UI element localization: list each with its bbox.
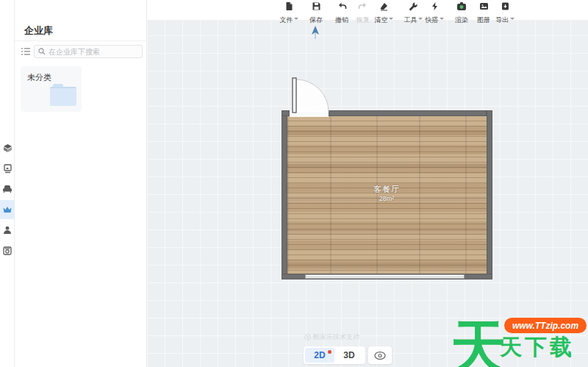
save-icon [304,1,329,12]
notification-dot [328,350,331,354]
chevron-down-icon [389,18,393,20]
rail-item-gallery[interactable] [0,159,15,178]
toolbar-save-button[interactable]: 保存 [304,1,329,21]
room-label: 客餐厅 28m² [335,184,438,202]
person-icon [3,226,12,235]
room-name: 客餐厅 [335,184,438,195]
folder-icon [50,84,76,106]
category-list-button[interactable] [21,46,31,57]
north-arrow-icon [310,24,320,40]
frame-icon [3,164,12,174]
toolbar-clear-button[interactable]: 清空 [371,1,396,21]
divider [15,40,147,41]
support-text: 酷家乐技术支持 [304,332,359,342]
left-icon-rail [0,0,15,367]
lightning-icon [422,1,447,12]
view-2d-button[interactable]: 2D [305,348,334,363]
window[interactable] [305,274,465,279]
panel-title: 企业库 [24,24,53,38]
toolbar: 文件 保存 撤销 恢复 清空 工具 快搭 渲染 [147,0,588,21]
eraser-icon [371,1,396,12]
chevron-down-icon [510,18,514,20]
camera-icon [449,1,474,12]
watermark-small-chars: 天下载 [500,332,575,363]
app-root: 客餐厅 28m² 酷家乐技术支持 2D 3D [0,0,588,367]
toolbar-render-button[interactable]: 渲染 [449,1,474,21]
visibility-button[interactable] [368,346,392,364]
rail-item-enterprise-library[interactable] [0,200,15,219]
toolbar-quickbuild-button[interactable]: 快搭 [422,1,447,21]
rail-item-furniture[interactable] [0,179,15,199]
cube-icon [3,143,12,153]
oven-icon [3,246,12,255]
folder-label: 未分类 [27,72,51,83]
chevron-down-icon [440,18,444,20]
wall-left[interactable] [282,110,287,279]
watermark-big-char: 天 [450,318,507,367]
rail-item-appliance[interactable] [0,241,15,260]
floorplan-canvas[interactable]: 客餐厅 28m² 酷家乐技术支持 2D 3D [147,0,588,367]
crown-icon [2,205,12,214]
rail-item-models[interactable] [0,138,15,157]
search-icon [38,48,46,55]
library-search-box [34,45,143,58]
enterprise-library-panel: 企业库 未分类 [15,0,147,367]
eye-icon [374,352,386,360]
rail-item-account[interactable] [0,221,15,240]
wall-top[interactable] [329,110,487,116]
wall-right[interactable] [487,110,492,279]
toolbar-file-button[interactable]: 文件 [276,1,301,21]
chevron-down-icon [294,18,298,20]
watermark: 天 天下载 www.TTzip.com [451,316,588,367]
folder-card-uncategorized[interactable]: 未分类 [21,66,82,112]
watermark-url-badge: www.TTzip.com [504,318,587,333]
door[interactable] [287,72,334,118]
file-icon [276,1,301,12]
room-area: 28m² [335,195,438,202]
sofa-icon [2,185,12,193]
door-leaf [293,78,296,113]
toolbar-export-button[interactable]: 导出 [492,1,517,21]
view-3d-button[interactable]: 3D [334,348,364,363]
search-input[interactable] [49,48,137,56]
support-icon [304,334,311,341]
export-icon [492,1,517,12]
view-mode-toggle: 2D 3D [304,346,365,364]
list-icon [21,46,31,57]
